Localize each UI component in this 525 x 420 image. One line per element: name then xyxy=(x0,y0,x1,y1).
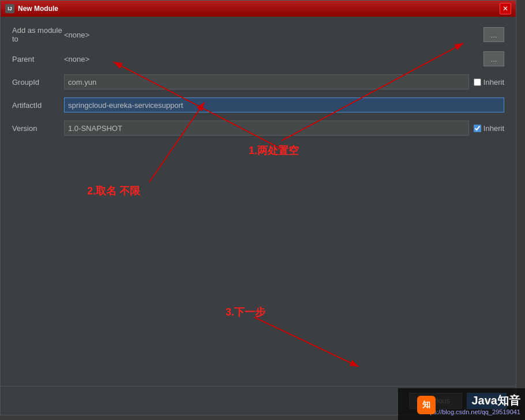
watermark-logo-text: 知 xyxy=(422,400,430,410)
add-as-module-value: <none> xyxy=(64,31,89,39)
group-id-inherit-checkbox[interactable] xyxy=(474,78,481,86)
watermark-title: Java知音 xyxy=(472,393,521,408)
screenshot-wrapper: IJ New Module ✕ Add as module to <none> … xyxy=(0,0,525,420)
group-id-inherit-label: Inherit xyxy=(483,78,504,87)
artifact-id-input[interactable] xyxy=(64,97,504,112)
group-id-inherit: Inherit xyxy=(474,78,504,87)
svg-line-3 xyxy=(149,102,205,182)
app-icon: IJ xyxy=(5,4,14,13)
version-row: Version Inherit xyxy=(12,121,504,136)
annotation-layer: 1.两处置空 2.取名 不限 3.下一步 xyxy=(1,17,516,386)
version-inherit-label: Inherit xyxy=(483,124,504,133)
parent-label: Parent xyxy=(12,55,64,63)
dialog-title: New Module xyxy=(18,5,500,13)
add-as-module-row: Add as module to <none> ... xyxy=(12,26,504,43)
version-label: Version xyxy=(12,124,64,133)
watermark-logo: 知 xyxy=(417,396,436,414)
dialog-window: IJ New Module ✕ Add as module to <none> … xyxy=(0,0,516,415)
dialog-content: Add as module to <none> ... Parent <none… xyxy=(1,17,516,386)
annotation-2-text: 2.取名 不限 xyxy=(87,184,140,198)
add-as-module-dots-button[interactable]: ... xyxy=(483,27,504,42)
watermark-bar: 知 Java知音 https://blog.csdn.net/qq_295190… xyxy=(398,388,525,420)
annotation-1-text: 1.两处置空 xyxy=(249,144,299,158)
version-inherit: Inherit xyxy=(474,124,504,133)
artifact-id-row: ArtifactId xyxy=(12,97,504,112)
version-inherit-checkbox[interactable] xyxy=(474,125,481,132)
parent-value: <none> xyxy=(64,55,89,63)
annotation-3-text: 3.下一步 xyxy=(226,305,265,319)
close-icon: ✕ xyxy=(502,5,508,13)
watermark-url: https://blog.csdn.net/qq_29519041 xyxy=(423,408,520,415)
arrows-svg xyxy=(1,17,516,386)
add-as-module-label: Add as module to xyxy=(12,26,64,43)
svg-line-4 xyxy=(254,317,358,367)
group-id-label: GroupId xyxy=(12,78,64,87)
title-bar: IJ New Module ✕ xyxy=(1,1,516,17)
parent-dots-button[interactable]: ... xyxy=(483,51,504,66)
app-icon-label: IJ xyxy=(7,6,12,12)
group-id-row: GroupId Inherit xyxy=(12,74,504,89)
artifact-id-label: ArtifactId xyxy=(12,101,64,110)
version-input[interactable] xyxy=(64,121,469,136)
group-id-input[interactable] xyxy=(64,74,469,89)
parent-row: Parent <none> ... xyxy=(12,51,504,66)
close-button[interactable]: ✕ xyxy=(500,3,511,14)
